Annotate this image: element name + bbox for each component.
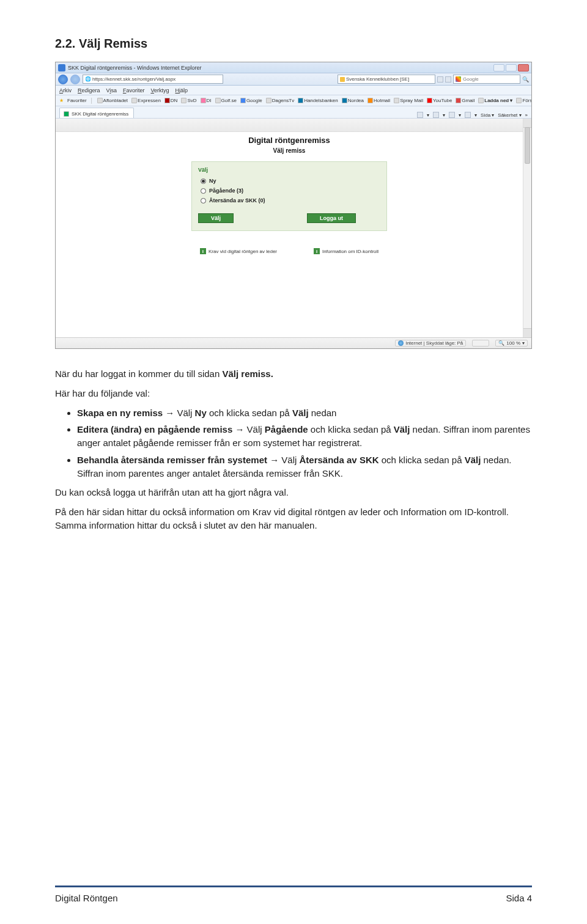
chevron-down-icon[interactable]: » <box>525 112 528 118</box>
bookmark[interactable]: SvD <box>181 98 196 103</box>
radio-pagaende[interactable]: Pågående (3) <box>201 188 380 194</box>
list-item: Skapa en ny remiss → Välj Ny och klicka … <box>77 406 532 420</box>
info-icon: i <box>314 248 320 254</box>
mail-icon[interactable] <box>449 112 455 118</box>
panel-legend: Välj <box>198 167 380 173</box>
radio-icon <box>201 188 206 194</box>
minimize-button[interactable] <box>493 64 504 72</box>
menu-arkiv[interactable]: Arkiv <box>59 87 72 94</box>
tab-favicon <box>64 111 69 117</box>
back-button[interactable] <box>58 75 68 84</box>
info-links: iKrav vid digital röntgen av leder iInfo… <box>56 248 523 254</box>
bookmark[interactable]: Förskolan Leko <box>516 98 531 103</box>
radio-ny[interactable]: Ny <box>201 178 380 184</box>
logout-paragraph: Du kan också logga ut härifrån utan att … <box>55 486 532 499</box>
logout-button[interactable]: Logga ut <box>307 213 356 223</box>
tab-title: SKK Digital röntgenremiss <box>72 111 128 117</box>
url-field[interactable]: 🌐 https://kennet.skk.se/rontgen/Valj.asp… <box>83 75 223 84</box>
status-zone[interactable]: Internet | Skyddat läge: På <box>395 340 466 346</box>
link-krav[interactable]: iKrav vid digital röntgen av leder <box>200 248 277 254</box>
zoom-control[interactable]: 🔍 100 % ▾ <box>495 340 528 346</box>
bookmark[interactable]: Gmail <box>456 98 474 103</box>
refresh-icon[interactable] <box>437 76 443 82</box>
bookmark[interactable]: Handelsbanken <box>298 98 338 103</box>
bookmark[interactable]: Aftonbladet <box>97 98 128 103</box>
valj-panel: Välj Ny Pågående (3) Återsända av SKK (0… <box>191 161 387 231</box>
vertical-scrollbar[interactable] <box>523 119 531 337</box>
bookmark[interactable]: YouTube <box>427 98 452 103</box>
valj-button[interactable]: Välj <box>198 213 234 223</box>
info-icon: i <box>200 248 206 254</box>
bookmark[interactable]: Expressen <box>131 98 161 103</box>
bookmark[interactable]: Golf.se <box>215 98 237 103</box>
toolbar-sida[interactable]: Sida ▾ <box>481 112 494 118</box>
page-title: Digital röntgenremiss <box>56 136 523 145</box>
menu-bar: Arkiv Redigera Visa Favoriter Verktyg Hj… <box>56 86 531 95</box>
favorites-bar: ★ Favoriter │ Aftonbladet Expressen DN S… <box>56 95 531 106</box>
footer-rule <box>55 886 532 887</box>
footer: Digital Röntgen Sida 4 <box>55 893 532 903</box>
menu-verktyg[interactable]: Verktyg <box>150 87 169 94</box>
section-heading: 2.2. Välj Remiss <box>55 37 532 51</box>
print-icon[interactable] <box>465 112 471 118</box>
favorites-label[interactable]: Favoriter <box>67 98 87 103</box>
search-field[interactable]: Google <box>453 75 520 84</box>
bookmark[interactable]: Google <box>240 98 262 103</box>
ssl-label: Svenska Kennelklubben [SE] <box>346 76 409 82</box>
list-item: Editera (ändra) en pågående remiss → Väl… <box>77 423 532 450</box>
google-icon <box>456 76 461 82</box>
url-text: https://kennet.skk.se/rontgen/Valj.aspx <box>92 76 175 82</box>
intro-paragraph: När du har loggat in kommer du till sida… <box>55 367 532 381</box>
zoom-icon: 🔍 <box>498 340 504 346</box>
stop-icon[interactable] <box>445 76 451 82</box>
home-icon[interactable] <box>417 112 423 118</box>
browser-screenshot: SKK Digital röntgenremiss - Windows Inte… <box>55 62 532 349</box>
bookmark[interactable]: DI <box>201 98 212 103</box>
radio-icon <box>201 198 206 204</box>
menu-redigera[interactable]: Redigera <box>78 87 100 94</box>
menu-visa[interactable]: Visa <box>106 87 117 94</box>
footer-title: Digital Röntgen <box>55 893 118 903</box>
globe-icon <box>398 340 404 346</box>
close-button[interactable] <box>518 64 529 72</box>
status-mode[interactable] <box>472 340 489 346</box>
zoom-value: 100 % <box>506 340 520 346</box>
favorites-star-icon[interactable]: ★ <box>59 98 64 103</box>
radio-atersanda[interactable]: Återsända av SKK (0) <box>201 197 380 204</box>
info-paragraph: På den här sidan hittar du också informa… <box>55 505 532 532</box>
status-text: Internet | Skyddat läge: På <box>405 340 463 346</box>
list-item: Behandla återsända remisser från systeme… <box>77 453 532 480</box>
window-titlebar: SKK Digital röntgenremiss - Windows Inte… <box>56 62 531 73</box>
bookmark[interactable]: Ladda ned ▾ <box>478 98 512 103</box>
radio-label: Ny <box>209 178 216 184</box>
options-list: Skapa en ny remiss → Välj Ny och klicka … <box>55 406 532 480</box>
forward-button[interactable] <box>70 75 80 84</box>
window-title: SKK Digital röntgenremiss - Windows Inte… <box>68 65 202 71</box>
bookmark[interactable]: DN <box>164 98 178 103</box>
browser-tab[interactable]: SKK Digital röntgenremiss <box>59 108 134 118</box>
radio-label: Pågående (3) <box>209 188 243 194</box>
intro-line2: Här har du följande val: <box>55 387 532 400</box>
toolbar-sakerhet[interactable]: Säkerhet ▾ <box>498 112 521 118</box>
radio-icon <box>201 178 206 184</box>
bookmark[interactable]: DagensTv <box>266 98 294 103</box>
bookmark[interactable]: Nordea <box>342 98 364 103</box>
page-subtitle: Välj remiss <box>56 147 523 154</box>
bookmark[interactable]: Hotmail <box>367 98 390 103</box>
footer-page: Sida 4 <box>506 893 532 903</box>
link-idkontroll[interactable]: iInformation om ID-kontroll <box>314 248 378 254</box>
ie-icon <box>58 64 65 72</box>
search-placeholder: Google <box>463 76 479 82</box>
menu-hjalp[interactable]: Hjälp <box>175 87 188 94</box>
body-text: När du har loggat in kommer du till sida… <box>55 367 532 532</box>
radio-label: Återsända av SKK (0) <box>209 197 265 204</box>
tab-bar: SKK Digital röntgenremiss ▾ ▾ ▾ ▾ Sida ▾… <box>56 106 531 119</box>
bookmark[interactable]: Spray Mail <box>394 98 423 103</box>
ssl-provider[interactable]: Svenska Kennelklubben [SE] <box>338 75 435 84</box>
menu-favoriter[interactable]: Favoriter <box>123 87 145 94</box>
search-go-icon[interactable]: 🔍 <box>522 76 529 82</box>
address-bar: 🌐 https://kennet.skk.se/rontgen/Valj.asp… <box>56 73 531 86</box>
maximize-button[interactable] <box>506 64 517 72</box>
rss-icon[interactable] <box>433 112 439 118</box>
lock-icon <box>340 77 345 82</box>
